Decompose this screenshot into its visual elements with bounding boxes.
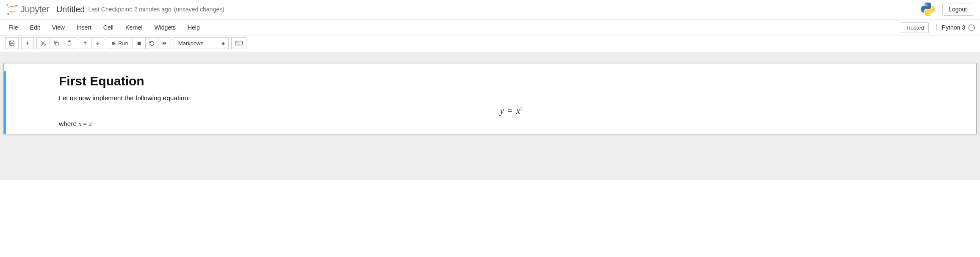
equation-x: x [516,106,520,115]
run-label: Run [118,40,128,46]
svg-rect-16 [138,41,141,44]
restart-run-all-button[interactable] [158,37,171,49]
svg-marker-18 [164,41,166,45]
cell-type-value: Markdown [178,40,204,46]
run-icon [111,41,118,46]
where-line: where x = 2 [59,120,964,128]
kernel-indicator[interactable]: Python 3 [936,24,975,31]
arrow-down-icon [95,41,100,46]
save-icon [9,40,15,46]
where-val: 2 [89,120,92,127]
notebook-area: First Equation Let us now implement the … [0,53,980,180]
checkpoint-status: Last Checkpoint: 2 minutes ago [88,6,171,13]
copy-button[interactable] [50,37,63,49]
trusted-indicator[interactable]: Trusted [901,22,929,33]
cell-type-select[interactable]: Markdown [174,37,229,49]
markdown-cell[interactable]: First Equation Let us now implement the … [4,71,976,134]
stop-icon [137,41,141,46]
notebook-name[interactable]: Untitled [56,5,85,14]
equation-exp: 2 [520,105,523,112]
menu-kernel[interactable]: Kernel [119,20,148,35]
kernel-name: Python 3 [942,24,965,31]
menu-insert[interactable]: Insert [71,20,97,35]
menu-help[interactable]: Help [182,20,206,35]
cell-heading: First Equation [59,74,964,88]
equation-eq: = [506,106,514,115]
toolbar: Run Markdown [0,36,980,53]
menu-widgets[interactable]: Widgets [148,20,182,35]
restart-icon [149,41,155,46]
restart-button[interactable] [146,37,158,49]
save-button[interactable] [5,37,19,49]
svg-rect-11 [69,41,70,41]
svg-rect-19 [235,41,243,45]
equation-display: y = x2 [59,105,964,116]
cell-content: First Equation Let us now implement the … [12,74,970,131]
menu-file[interactable]: File [3,20,24,35]
jupyter-logo[interactable]: Jupyter [5,3,50,15]
equation-y: y [500,106,504,115]
menu-edit[interactable]: Edit [24,20,46,35]
where-prefix: where [59,120,79,127]
cut-button[interactable] [36,37,50,49]
run-button[interactable]: Run [107,37,133,49]
unsaved-status: (unsaved changes) [174,6,224,13]
svg-point-2 [7,13,9,15]
svg-rect-9 [55,42,58,45]
interrupt-button[interactable] [133,37,146,49]
header: Jupyter Untitled Last Checkpoint: 2 minu… [0,0,980,20]
jupyter-icon [5,3,19,15]
paste-icon [66,40,72,46]
keyboard-icon [235,41,243,46]
menu-cell[interactable]: Cell [97,20,119,35]
copy-icon [53,40,59,46]
menubar: File Edit View Insert Cell Kernel Widget… [0,20,980,36]
notebook-container: First Equation Let us now implement the … [3,63,977,134]
arrow-up-icon [83,41,88,46]
move-down-button[interactable] [91,37,104,49]
insert-cell-button[interactable] [21,37,34,49]
plus-icon [25,41,30,46]
command-palette-button[interactable] [231,37,246,49]
cut-icon [40,40,46,46]
svg-marker-15 [114,41,116,45]
svg-point-0 [7,4,8,5]
cell-intro: Let us now implement the following equat… [59,94,964,102]
svg-marker-17 [163,41,165,45]
kernel-idle-icon [969,25,975,31]
paste-button[interactable] [63,37,76,49]
jupyter-logo-text: Jupyter [20,4,50,15]
move-up-button[interactable] [79,37,91,49]
svg-marker-14 [112,41,114,45]
where-eq: = [81,120,89,127]
python-icon [921,3,935,16]
fast-forward-icon [162,41,167,46]
logout-button[interactable]: Logout [942,3,973,16]
menu-view[interactable]: View [46,20,71,35]
svg-point-1 [15,5,17,6]
